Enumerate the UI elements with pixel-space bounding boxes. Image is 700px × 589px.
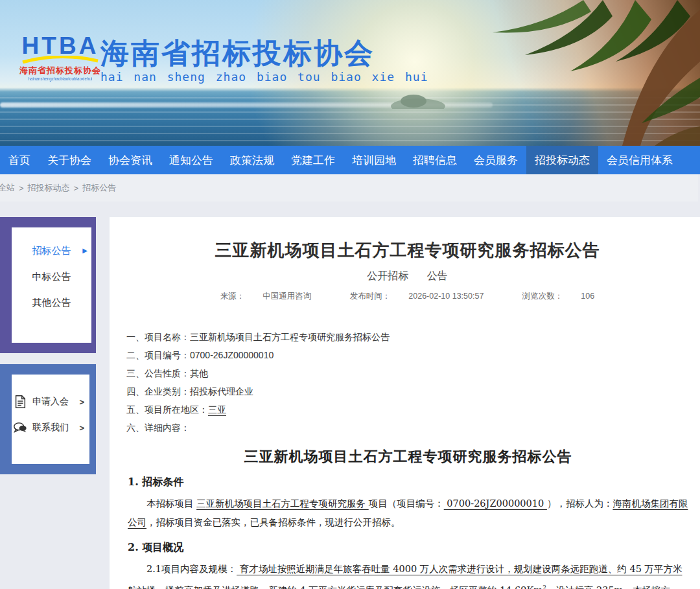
logo-pinyin: hainanshengzhaobiaotoubiaoxiehui <box>23 76 99 80</box>
sidebar-item-label: 招标公告 <box>32 245 71 256</box>
sidebar-item-label: 其他公告 <box>32 297 71 308</box>
quick-link-label: 申请入会 <box>32 396 79 408</box>
content-area: 招标公告 ▶ 中标公告 其他公告 申请入会 > <box>0 202 700 589</box>
sidebar-item-bid-notices[interactable]: 招标公告 ▶ <box>12 238 91 264</box>
publish-time-meta: 发布时间：2026-02-10 13:50:57 <box>341 292 493 301</box>
section-2-1-paragraph: 2.1项目内容及规模： 育才场址按照近期满足年旅客吞吐量 4000 万人次需求进… <box>128 560 688 589</box>
sidebar-item-award-notices[interactable]: 中标公告 <box>12 264 91 290</box>
quick-link-label: 联系我们 <box>32 422 79 433</box>
article-meta: 来源：中国通用咨询 发布时间：2026-02-10 13:50:57 浏览次数：… <box>126 291 688 302</box>
breadcrumb-separator: > <box>74 183 79 193</box>
quick-link-contact-us[interactable]: 联系我们 > <box>12 415 89 441</box>
nav-item-about[interactable]: 关于协会 <box>39 146 100 174</box>
main-navigation: 首页 关于协会 协会资讯 通知公告 政策法规 党建工作 培训园地 招聘信息 会员… <box>0 146 700 174</box>
nav-item-policies[interactable]: 政策法规 <box>222 146 283 174</box>
breadcrumb-separator: > <box>19 183 24 193</box>
arrow-right-icon: ▶ <box>82 238 88 264</box>
site-logo[interactable]: HTBA 海南省招标投标协会 hainanshengzhaobiaotoubia… <box>18 34 102 81</box>
notice-menu-box: 招标公告 ▶ 中标公告 其他公告 <box>0 217 96 353</box>
views-meta: 浏览次数：106 <box>513 292 603 301</box>
nav-item-party-building[interactable]: 党建工作 <box>283 146 344 174</box>
breadcrumb-current: 招标公告 <box>82 182 116 194</box>
nav-item-member-credit[interactable]: 会员信用体系 <box>598 146 681 174</box>
field-enterprise-type: 四、企业类别：招投标代理企业 <box>126 382 688 400</box>
breadcrumb-section[interactable]: 招投标动态 <box>28 182 70 194</box>
site-title-block: 海南省招标投标协会 hai nan sheng zhao biao tou bi… <box>100 38 428 84</box>
summary-fields: 一、项目名称：三亚新机场项目土石方工程专项研究服务招标公告 二、项目编号：070… <box>126 328 688 437</box>
nav-item-notices[interactable]: 通知公告 <box>161 146 222 174</box>
quick-link-apply-membership[interactable]: 申请入会 > <box>12 389 89 415</box>
sidebar-item-other-notices[interactable]: 其他公告 <box>12 290 91 316</box>
nav-item-bidding-updates[interactable]: 招投标动态 <box>526 146 598 174</box>
field-project-region: 五、项目所在地区：三亚 <box>126 400 688 419</box>
logo-acronym: HTBA <box>18 34 102 58</box>
breadcrumb-site[interactable]: 全站 <box>0 182 15 194</box>
nav-item-news[interactable]: 协会资讯 <box>100 146 161 174</box>
notice-type-label: 公告 <box>427 270 448 281</box>
quick-links-box: 申请入会 > 联系我们 > <box>0 364 96 474</box>
palm-tree-graphic <box>421 0 700 146</box>
nav-item-member-services[interactable]: 会员服务 <box>465 146 526 174</box>
article-title: 三亚新机场项目土石方工程专项研究服务招标公告 <box>126 239 688 262</box>
nav-item-home[interactable]: 首页 <box>0 146 39 174</box>
site-title: 海南省招标投标协会 <box>100 38 428 69</box>
site-title-pinyin: hai nan sheng zhao biao tou biao xie hui <box>100 70 428 84</box>
site-banner: HTBA 海南省招标投标协会 hainanshengzhaobiaotoubia… <box>0 0 700 146</box>
chevron-right-icon: > <box>79 397 84 407</box>
article-subtitle: 公开招标 公告 <box>126 270 688 283</box>
field-notice-nature: 三、公告性质：其他 <box>126 364 688 382</box>
detail-content: 三亚新机场项目土石方工程专项研究服务招标公告 1. 招标条件 本招标项目 三亚新… <box>126 447 688 589</box>
section-2-heading: 2. 项目概况 <box>128 541 688 555</box>
bid-type-label: 公开招标 <box>367 270 408 281</box>
nav-item-training[interactable]: 培训园地 <box>344 146 404 174</box>
breadcrumb: 全站 > 招投标动态 > 招标公告 <box>0 174 698 202</box>
nav-item-recruitment[interactable]: 招聘信息 <box>404 146 465 174</box>
sidebar: 招标公告 ▶ 中标公告 其他公告 申请入会 > <box>0 217 96 589</box>
section-1-paragraph: 本招标项目 三亚新机场项目土石方工程专项研究服务 项目（项目编号： 0700-2… <box>128 494 688 532</box>
detail-title: 三亚新机场项目土石方工程专项研究服务招标公告 <box>128 447 688 467</box>
sidebar-item-label: 中标公告 <box>32 271 71 282</box>
field-project-number: 二、项目编号：0700-26JZ00000010 <box>126 346 688 364</box>
field-project-name: 一、项目名称：三亚新机场项目土石方工程专项研究服务招标公告 <box>126 328 688 346</box>
section-1-heading: 1. 招标条件 <box>128 476 688 489</box>
logo-chinese-name: 海南省招标投标协会 <box>18 65 102 76</box>
chevron-right-icon: > <box>79 423 84 433</box>
article-panel: 三亚新机场项目土石方工程专项研究服务招标公告 公开招标 公告 来源：中国通用咨询… <box>110 217 700 589</box>
field-detail-content: 六、详细内容： <box>126 419 688 437</box>
chat-bubbles-icon <box>13 421 27 435</box>
document-icon <box>13 395 27 409</box>
source-meta: 来源：中国通用咨询 <box>211 292 321 301</box>
